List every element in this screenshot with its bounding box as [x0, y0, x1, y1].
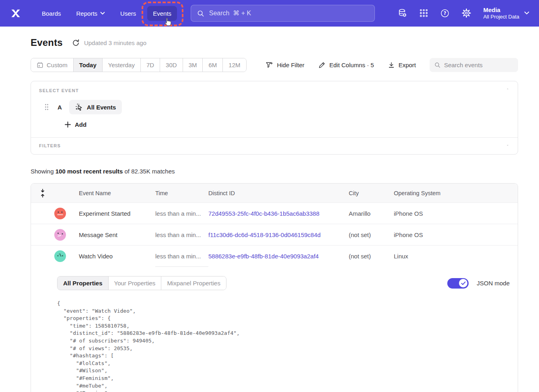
json-mode-label: JSON mode: [477, 280, 510, 287]
filters-label: FILTERS: [39, 143, 510, 148]
date-range-label: 7D: [146, 62, 154, 68]
chevron-down-icon: [100, 12, 105, 15]
hand-cursor-icon: [163, 17, 173, 27]
select-event-label: SELECT EVENT: [39, 88, 510, 93]
cell-time: less than a min...: [155, 246, 208, 267]
date-range-7d[interactable]: 7D: [140, 58, 160, 72]
nav-item-users[interactable]: Users: [115, 6, 142, 21]
events-table: Event Name Time Distinct ID City Operati…: [31, 183, 518, 392]
cell-event-name: Message Sent: [79, 231, 155, 238]
edit-columns-button[interactable]: Edit Columns · 5: [318, 61, 374, 69]
tab-label: Your Properties: [114, 280, 156, 287]
column-header-distinct-id[interactable]: Distinct ID: [208, 190, 349, 196]
expand-chevron-down-icon[interactable]: [505, 143, 510, 147]
search-icon: [434, 62, 440, 68]
expand-collapse-all-icon[interactable]: [39, 188, 46, 198]
plus-icon: [65, 122, 71, 128]
column-header-os[interactable]: Operating System: [394, 190, 480, 196]
nav-item-label: Reports: [76, 10, 98, 17]
row-expander-chevron-down-icon[interactable]: [40, 254, 45, 258]
project-subtitle: All Project Data: [483, 14, 519, 21]
nav-item-events-wrap: Events: [147, 6, 177, 21]
global-search[interactable]: [191, 5, 375, 22]
date-range-label: Today: [79, 62, 97, 68]
event-more-menu-icon[interactable]: [129, 105, 136, 109]
column-header-time[interactable]: Time: [155, 190, 208, 196]
search-events-box[interactable]: [430, 58, 518, 72]
date-range-label: Custom: [47, 62, 68, 68]
tab-all-properties[interactable]: All Properties: [58, 276, 108, 290]
date-range-label: 3M: [189, 62, 197, 68]
nav-item-label: Events: [153, 10, 171, 17]
row-expander-chevron-right-icon[interactable]: [41, 232, 45, 237]
event-row: A All Events: [39, 100, 510, 114]
project-name: Media: [483, 6, 519, 14]
column-header-city[interactable]: City: [349, 190, 394, 196]
hide-filter-button[interactable]: Hide Filter: [265, 61, 304, 69]
nav-item-reports[interactable]: Reports: [71, 6, 111, 21]
event-avatar: [54, 250, 66, 262]
tab-mixpanel-properties[interactable]: Mixpanel Properties: [161, 276, 226, 290]
date-range-yesterday[interactable]: Yesterday: [102, 58, 140, 72]
global-search-input[interactable]: [209, 10, 368, 17]
date-range-3m[interactable]: 3M: [183, 58, 203, 72]
event-json-view: { "event": "Watch Video", "properties": …: [57, 300, 510, 392]
cell-distinct-id[interactable]: 72d49553-25fc-4f0c-b436-1b5ac6ab3388: [208, 210, 349, 217]
row-more-menu-icon[interactable]: [493, 232, 500, 237]
event-detail-panel: All Properties Your Properties Mixpanel …: [31, 267, 518, 392]
date-range-control: Custom Today Yesterday 7D 30D 3M 6M 12M: [31, 58, 247, 72]
chevron-down-icon: [524, 11, 529, 15]
row-expander-chevron-right-icon[interactable]: [41, 210, 45, 216]
event-row-letter: A: [58, 104, 62, 111]
check-icon: [461, 281, 466, 285]
collapse-chevron-up-icon[interactable]: [505, 87, 510, 91]
help-icon[interactable]: ?: [440, 8, 450, 18]
add-event-button[interactable]: Add: [65, 121, 86, 128]
column-header-event-name[interactable]: Event Name: [79, 190, 155, 196]
date-range-label: 30D: [166, 62, 177, 68]
date-range-6m[interactable]: 6M: [202, 58, 222, 72]
add-event-label: Add: [75, 121, 86, 128]
data-management-icon[interactable]: [397, 8, 407, 18]
cell-city: Amarillo: [349, 210, 394, 217]
event-selector-pill[interactable]: All Events: [69, 100, 122, 114]
date-range-label: 12M: [228, 62, 240, 68]
refresh-icon[interactable]: [72, 39, 80, 47]
table-row-expanded: Watch Video less than a min... 5886283e-…: [31, 246, 518, 267]
calendar-icon: [37, 62, 43, 68]
cell-event-name: Experiment Started: [79, 210, 155, 217]
date-range-12m[interactable]: 12M: [222, 58, 246, 72]
cell-os: Linux: [394, 253, 480, 260]
cell-event-name: Watch Video: [79, 253, 155, 260]
date-range-30d[interactable]: 30D: [160, 58, 183, 72]
search-events-input[interactable]: [444, 62, 513, 68]
nav-item-boards[interactable]: Boards: [36, 6, 67, 21]
apps-grid-icon[interactable]: [419, 8, 428, 18]
row-more-menu-icon[interactable]: [493, 254, 500, 259]
cell-os: iPhone OS: [394, 231, 480, 238]
project-switcher[interactable]: Media All Project Data: [483, 6, 529, 21]
svg-text:?: ?: [444, 10, 446, 16]
export-button[interactable]: Export: [388, 62, 416, 69]
cell-time: less than a min...: [155, 224, 208, 245]
filters-section[interactable]: FILTERS: [31, 138, 518, 154]
tab-your-properties[interactable]: Your Properties: [108, 276, 161, 290]
cell-distinct-id[interactable]: 5886283e-e9fb-48fb-81de-40e9093a2af4: [208, 253, 349, 260]
drag-handle-icon[interactable]: [44, 103, 49, 111]
date-range-custom[interactable]: Custom: [31, 58, 73, 72]
cell-distinct-id[interactable]: f11c30d6-dc6d-4518-9136-0d046159c84d: [208, 231, 349, 238]
event-avatar: [54, 208, 66, 219]
nav-right-cluster: ? Media All Project Data: [397, 6, 529, 21]
row-more-menu-icon[interactable]: [493, 211, 500, 216]
search-icon: [197, 10, 204, 17]
settings-gear-icon[interactable]: [461, 8, 471, 18]
cell-time: less than a min...: [155, 203, 208, 224]
json-mode-toggle[interactable]: [447, 278, 469, 289]
date-range-today[interactable]: Today: [73, 58, 102, 72]
export-label: Export: [399, 62, 416, 68]
top-nav: Boards Reports Users Events: [0, 0, 539, 27]
download-icon: [388, 62, 395, 69]
select-event-section: SELECT EVENT A: [31, 81, 518, 137]
mixpanel-logo-icon[interactable]: [10, 7, 22, 19]
table-row: Experiment Started less than a min... 72…: [31, 203, 518, 224]
